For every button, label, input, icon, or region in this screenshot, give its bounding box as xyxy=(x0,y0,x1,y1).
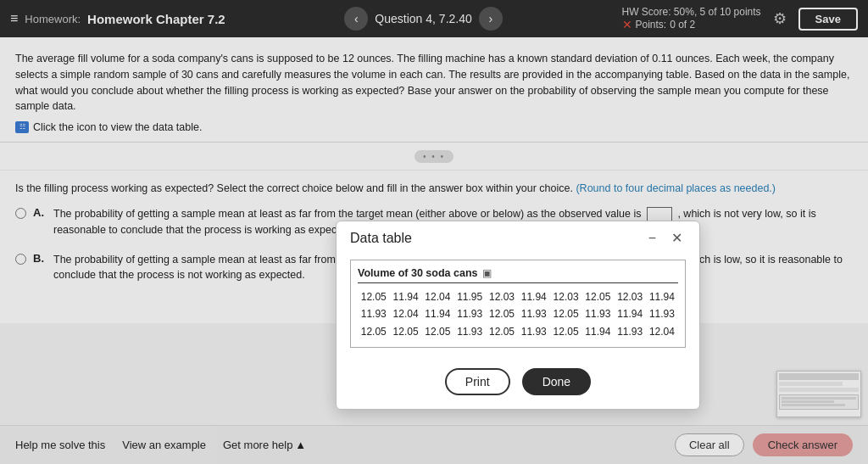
table-cell: 11.95 xyxy=(453,288,486,305)
question-text: The average fill volume for a soda compa… xyxy=(15,51,853,115)
option-b-radio[interactable] xyxy=(15,254,26,265)
table-cell: 12.03 xyxy=(486,288,518,305)
option-a-letter: A. xyxy=(33,206,47,219)
prev-question-button[interactable]: ‹ xyxy=(344,7,368,31)
table-cell: 11.94 xyxy=(390,288,422,305)
copy-icon[interactable]: ▣ xyxy=(482,267,492,279)
settings-icon[interactable]: ⚙ xyxy=(773,9,787,28)
app-header: ≡ Homework: Homework Chapter 7.2 ‹ Quest… xyxy=(0,0,868,37)
round-note: (Round to four decimal places as needed.… xyxy=(576,182,776,194)
modal-minimize-button[interactable]: − xyxy=(645,231,659,246)
modal-header-buttons: − ✕ xyxy=(645,230,686,246)
table-cell: 11.93 xyxy=(453,305,486,322)
divider-dots: • • • xyxy=(415,150,453,163)
divider-section: • • • xyxy=(0,143,868,171)
save-button[interactable]: Save xyxy=(798,8,858,31)
table-cell: 11.93 xyxy=(582,305,615,322)
table-cell: 12.04 xyxy=(422,288,454,305)
table-cell: 12.03 xyxy=(614,288,646,305)
hw-score-value: 50%, 5 of 10 points xyxy=(674,6,761,18)
hw-label: Homework: xyxy=(25,13,81,25)
modal-body: Volume of 30 soda cans ▣ 12.0511.9412.04… xyxy=(337,251,699,323)
points-value: 0 of 2 xyxy=(670,19,695,31)
data-table-modal: Data table − ✕ Volume of 30 soda cans ▣ … xyxy=(336,221,700,323)
error-icon: ✕ xyxy=(622,18,632,31)
header-right: HW Score: 50%, 5 of 10 points ✕ Points: … xyxy=(622,6,858,31)
main-content: The average fill volume for a soda compa… xyxy=(0,37,868,143)
menu-icon[interactable]: ≡ xyxy=(10,11,18,26)
header-center: ‹ Question 4, 7.2.40 › xyxy=(344,7,502,31)
data-table-link[interactable]: ☷ Click the icon to view the data table. xyxy=(15,121,202,133)
header-left: ≡ Homework: Homework Chapter 7.2 xyxy=(10,11,225,26)
table-cell: 12.04 xyxy=(390,305,422,322)
table-cell: 12.05 xyxy=(582,288,615,305)
table-icon: ☷ xyxy=(15,121,29,133)
table-cell: 11.94 xyxy=(422,305,454,322)
option-a-text-before: The probability of getting a sample mean… xyxy=(53,208,641,220)
next-question-button[interactable]: › xyxy=(479,7,503,31)
option-b-letter: B. xyxy=(33,252,47,265)
score-section: HW Score: 50%, 5 of 10 points ✕ Points: … xyxy=(622,6,761,31)
table-row: 12.0511.9412.0411.9512.0311.9412.0312.05… xyxy=(358,288,678,305)
data-table-title-row: Volume of 30 soda cans ▣ xyxy=(358,267,678,283)
modal-title: Data table xyxy=(350,231,412,246)
table-cell: 11.93 xyxy=(646,305,678,322)
option-a-answer-box[interactable] xyxy=(647,207,672,222)
data-table-link-text: Click the icon to view the data table. xyxy=(33,121,202,133)
table-cell: 12.05 xyxy=(550,305,582,322)
table-cell: 11.93 xyxy=(358,305,390,322)
table-cell: 12.03 xyxy=(550,288,582,305)
data-table-container: Volume of 30 soda cans ▣ 12.0511.9412.04… xyxy=(350,260,686,323)
data-table-title: Volume of 30 soda cans xyxy=(358,267,477,279)
table-cell: 11.94 xyxy=(614,305,646,322)
modal-close-button[interactable]: ✕ xyxy=(668,230,686,246)
table-cell: 11.94 xyxy=(646,288,678,305)
table-row: 11.9312.0411.9411.9312.0511.9312.0511.93… xyxy=(358,305,678,322)
table-cell: 11.94 xyxy=(518,288,550,305)
question-label: Question 4, 7.2.40 xyxy=(375,12,471,25)
hw-score-label: HW Score: xyxy=(622,6,671,18)
question-prompt: Is the filling process working as expect… xyxy=(15,182,853,194)
option-a-radio[interactable] xyxy=(15,208,26,219)
modal-header: Data table − ✕ xyxy=(337,221,699,251)
data-table-values: 12.0511.9412.0411.9512.0311.9412.0312.05… xyxy=(358,288,678,323)
table-cell: 12.05 xyxy=(486,305,518,322)
table-cell: 11.93 xyxy=(518,305,550,322)
table-cell: 12.05 xyxy=(358,288,390,305)
points-label: Points: xyxy=(636,19,667,31)
hw-title: Homework Chapter 7.2 xyxy=(87,12,225,26)
